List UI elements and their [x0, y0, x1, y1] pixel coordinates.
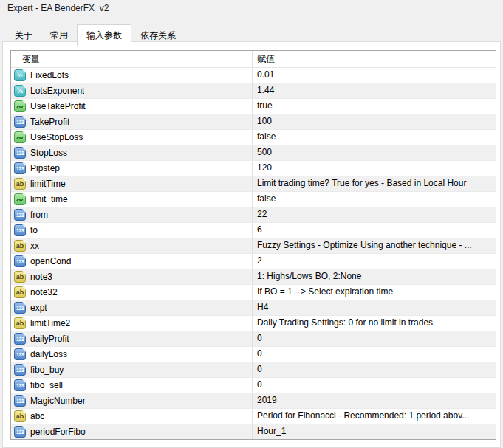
- param-variable-cell: abnote3: [11, 269, 252, 284]
- param-row[interactable]: UseStopLossfalse: [11, 130, 496, 145]
- int-type-icon: 123: [14, 426, 26, 438]
- int-glyph: 123: [16, 259, 24, 264]
- param-row[interactable]: abnote31: Highs/Lows BO, 2:None: [11, 269, 496, 285]
- int-glyph: 123: [16, 213, 24, 218]
- tab-about[interactable]: 关于: [6, 27, 41, 46]
- param-value[interactable]: 500: [252, 145, 496, 160]
- param-value[interactable]: 100: [252, 114, 496, 129]
- tab-common[interactable]: 常用: [41, 27, 77, 46]
- param-variable-cell: 123MagicNumber: [11, 393, 252, 408]
- param-variable-cell: 123to: [11, 223, 252, 238]
- param-name: openCond: [30, 256, 71, 266]
- tab-input-parameters[interactable]: 输入参数: [77, 24, 131, 46]
- param-value[interactable]: 0.01: [252, 68, 496, 83]
- param-variable-cell: 123dailyLoss: [11, 347, 252, 362]
- param-variable-cell: UseStopLoss: [11, 130, 252, 145]
- int-glyph: 123: [16, 306, 24, 311]
- param-row[interactable]: ababcPeriod for Fibonacci - Recommended:…: [11, 409, 496, 424]
- param-row[interactable]: ½FixedLots0.01: [11, 68, 496, 83]
- param-name: periodForFibo: [30, 427, 86, 437]
- param-variable-cell: 123expt: [11, 300, 252, 315]
- tab-page-input-parameters: 变量 赋值 ½FixedLots0.01½LotsExponent1.44Use…: [2, 41, 501, 448]
- column-header-variable[interactable]: 变量: [11, 51, 252, 67]
- param-value[interactable]: Daily Trading Settings: 0 for no limit i…: [252, 316, 496, 331]
- param-value[interactable]: 0: [252, 331, 496, 346]
- param-value[interactable]: H4: [252, 300, 496, 315]
- param-value[interactable]: true: [252, 99, 496, 114]
- param-row[interactable]: 123from22: [11, 207, 496, 223]
- param-value[interactable]: Period for Fibonacci - Recommended: 1 pe…: [252, 409, 496, 424]
- param-value[interactable]: Limit trading time? True for yes - Based…: [252, 176, 496, 191]
- param-row[interactable]: 123Pipstep120: [11, 161, 496, 176]
- table-header: 变量 赋值: [11, 51, 496, 68]
- param-row[interactable]: limit_timefalse: [11, 192, 496, 207]
- param-value[interactable]: 120: [252, 161, 496, 176]
- param-row[interactable]: 123TakeProfit100: [11, 114, 496, 130]
- param-name: fibo_sell: [30, 380, 63, 390]
- param-value[interactable]: Hour_1: [252, 424, 496, 439]
- param-row[interactable]: 123dailyLoss0: [11, 347, 496, 362]
- param-name: limitTime: [30, 179, 66, 189]
- bool-type-icon: [14, 100, 26, 112]
- int-type-icon: 123: [14, 162, 26, 174]
- param-value[interactable]: Fuzzy Settings - Optimize Using another …: [252, 238, 496, 253]
- param-variable-cell: abnote32: [11, 285, 252, 300]
- param-variable-cell: ½LotsExponent: [11, 83, 252, 98]
- param-value[interactable]: 0: [252, 347, 496, 362]
- param-variable-cell: ½FixedLots: [11, 68, 252, 83]
- param-row[interactable]: ablimitTimeLimit trading time? True for …: [11, 176, 496, 192]
- param-row[interactable]: 123MagicNumber2019: [11, 393, 496, 409]
- param-row[interactable]: 123openCond2: [11, 254, 496, 269]
- string-type-icon: ab: [14, 240, 26, 252]
- param-row[interactable]: abnote32If BO = 1 --> Select expiration …: [11, 285, 496, 300]
- param-name: fibo_buy: [30, 365, 64, 375]
- string-type-icon: ab: [14, 271, 26, 283]
- int-type-icon: 123: [14, 379, 26, 391]
- int-type-icon: 123: [14, 224, 26, 236]
- param-row[interactable]: ½LotsExponent1.44: [11, 83, 496, 99]
- string-type-icon: ab: [14, 317, 26, 329]
- param-value[interactable]: 2: [252, 254, 496, 269]
- tab-dependencies[interactable]: 依存关系: [131, 27, 185, 46]
- param-row[interactable]: 123StopLoss500: [11, 145, 496, 161]
- param-name: TakeProfit: [30, 117, 69, 127]
- param-name: abc: [30, 411, 44, 421]
- param-row[interactable]: UseTakeProfittrue: [11, 99, 496, 114]
- param-row[interactable]: 123dailyProfit0: [11, 331, 496, 347]
- int-type-icon: 123: [14, 116, 26, 128]
- int-glyph: 123: [16, 151, 24, 156]
- column-header-value[interactable]: 赋值: [252, 51, 496, 67]
- param-row[interactable]: ablimitTime2Daily Trading Settings: 0 fo…: [11, 316, 496, 331]
- param-variable-cell: UseTakeProfit: [11, 99, 252, 114]
- param-value[interactable]: 22: [252, 207, 496, 222]
- param-name: dailyProfit: [30, 334, 69, 344]
- param-value[interactable]: 1: Highs/Lows BO, 2:None: [252, 269, 496, 284]
- int-glyph: 123: [16, 337, 24, 342]
- param-value[interactable]: 0: [252, 362, 496, 377]
- param-row[interactable]: 123periodForFiboHour_1: [11, 424, 496, 440]
- int-glyph: 123: [16, 120, 24, 125]
- param-value[interactable]: 2019: [252, 393, 496, 408]
- param-row[interactable]: 123fibo_buy0: [11, 362, 496, 378]
- param-value[interactable]: false: [252, 192, 496, 207]
- param-name: StopLoss: [30, 148, 67, 158]
- tab-bar: 关于 常用 输入参数 依存关系: [6, 24, 185, 46]
- param-variable-cell: 123fibo_buy: [11, 362, 252, 377]
- table-body: ½FixedLots0.01½LotsExponent1.44UseTakePr…: [11, 68, 496, 440]
- param-row[interactable]: abxxFuzzy Settings - Optimize Using anot…: [11, 238, 496, 254]
- bool-type-icon: [14, 193, 26, 205]
- param-value[interactable]: 6: [252, 223, 496, 238]
- param-value[interactable]: 1.44: [252, 83, 496, 98]
- param-row[interactable]: 123exptH4: [11, 300, 496, 316]
- bool-type-icon: [14, 131, 26, 143]
- double-type-icon: ½: [14, 69, 26, 81]
- string-type-icon: ab: [14, 286, 26, 298]
- param-row[interactable]: 123fibo_sell0: [11, 378, 496, 393]
- param-value[interactable]: false: [252, 130, 496, 145]
- param-value[interactable]: If BO = 1 --> Select expiration time: [252, 285, 496, 300]
- param-value[interactable]: 0: [252, 378, 496, 393]
- param-name: from: [30, 210, 48, 220]
- param-row[interactable]: 123to6: [11, 223, 496, 238]
- param-variable-cell: 123dailyProfit: [11, 331, 252, 346]
- parameters-table: 变量 赋值 ½FixedLots0.01½LotsExponent1.44Use…: [10, 50, 496, 440]
